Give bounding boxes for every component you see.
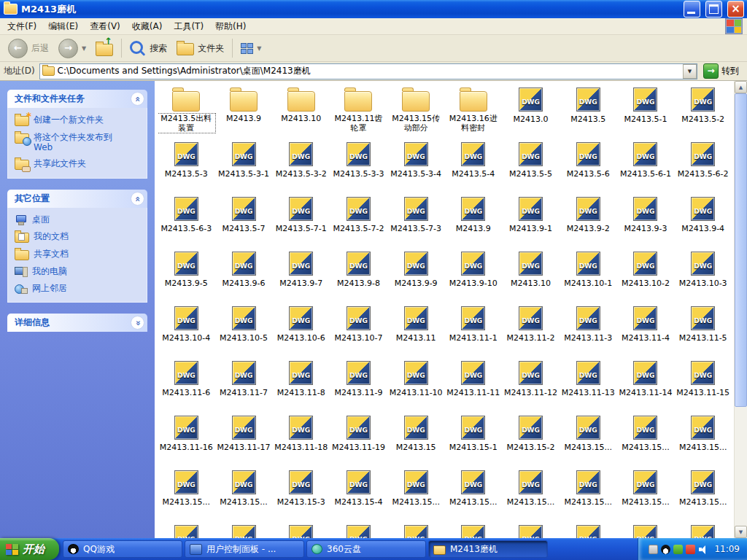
file-item[interactable]: M2413.9-4 <box>674 193 732 248</box>
section-header-file-tasks[interactable]: 文件和文件夹任务 <box>7 90 147 108</box>
close-button[interactable] <box>727 1 744 18</box>
file-item[interactable]: M2413.9-2 <box>560 193 617 248</box>
file-item[interactable]: M2413.9-10 <box>444 248 502 303</box>
file-item[interactable]: M2413.15... <box>617 467 675 521</box>
menu-item[interactable]: 文件(F) <box>1 19 42 34</box>
file-item[interactable]: M2413.15... <box>617 412 675 467</box>
file-item[interactable]: M2413.15... <box>560 467 617 521</box>
menu-item[interactable]: 帮助(H) <box>209 19 252 34</box>
tray-icon[interactable] <box>686 545 695 554</box>
file-item[interactable]: M2413.11-14 <box>617 357 675 412</box>
file-item[interactable]: M2413.5-6 <box>560 139 617 193</box>
file-item[interactable]: M2413.5-1 <box>617 84 675 139</box>
file-item[interactable]: M2413.10-4 <box>158 303 215 357</box>
file-item[interactable] <box>215 521 273 538</box>
file-item[interactable]: M2413.10-5 <box>215 303 273 357</box>
file-item[interactable] <box>387 521 445 538</box>
file-item[interactable]: M2413.5-3-3 <box>330 139 387 193</box>
taskbar-task[interactable]: 用户控制面板 - ... <box>185 540 304 558</box>
file-item[interactable]: M2413.10 <box>272 84 330 139</box>
start-button[interactable]: 开始 <box>0 538 59 560</box>
file-item[interactable]: M2413.15... <box>444 467 502 521</box>
file-item[interactable]: M2413.9 <box>215 84 273 139</box>
go-button[interactable]: → 转到 <box>702 63 743 79</box>
file-item[interactable]: M2413.11-7 <box>215 357 273 412</box>
file-item[interactable] <box>674 521 732 538</box>
file-item[interactable]: M2413.11-16 <box>158 412 215 467</box>
file-item[interactable]: M2413.15... <box>560 412 617 467</box>
file-item[interactable]: M2413.5-3-4 <box>387 139 445 193</box>
place-link[interactable]: 网上邻居 <box>15 283 142 294</box>
file-item[interactable]: M2413.9-7 <box>272 248 330 303</box>
file-item[interactable]: M2413.5-7-3 <box>387 193 445 248</box>
chevron-up-icon[interactable] <box>131 192 144 206</box>
file-item[interactable]: M2413.11-10 <box>387 357 445 412</box>
place-link[interactable]: 我的文档 <box>15 231 142 243</box>
forward-button[interactable]: ▼ <box>55 37 90 60</box>
scroll-up-button[interactable]: ▲ <box>735 81 747 93</box>
titlebar[interactable]: M2413磨机 <box>0 0 747 18</box>
menu-item[interactable]: 工具(T) <box>168 19 209 34</box>
file-item[interactable] <box>272 521 330 538</box>
file-item[interactable]: M2413.9-3 <box>617 193 675 248</box>
file-item[interactable]: M2413.9-1 <box>502 193 560 248</box>
file-item[interactable]: M2413.15... <box>674 412 732 467</box>
folders-button[interactable]: 文件夹 <box>173 39 228 57</box>
file-item[interactable]: M2413.15... <box>158 467 215 521</box>
file-item[interactable]: M2413.9-5 <box>158 248 215 303</box>
file-item[interactable]: M2413.10-1 <box>560 248 617 303</box>
file-item[interactable] <box>560 521 617 538</box>
file-item[interactable]: M2413.9-6 <box>215 248 273 303</box>
menu-item[interactable]: 查看(V) <box>84 19 126 34</box>
back-button[interactable]: 后退 <box>4 37 53 60</box>
address-dropdown-button[interactable]: ▼ <box>683 64 697 79</box>
file-item[interactable]: M2413.15-3 <box>272 467 330 521</box>
file-item[interactable]: M2413.10-6 <box>272 303 330 357</box>
file-item[interactable]: M2413.11-6 <box>158 357 215 412</box>
file-item[interactable]: M2413.9 <box>444 193 502 248</box>
file-item[interactable]: M2413.5 <box>560 84 617 139</box>
file-item[interactable]: M2413.11-8 <box>272 357 330 412</box>
file-item[interactable]: M2413.11-5 <box>674 303 732 357</box>
tray-icon[interactable] <box>661 545 670 554</box>
search-button[interactable]: 搜索 <box>126 39 171 58</box>
file-item[interactable]: M2413.11-17 <box>215 412 273 467</box>
file-item[interactable]: M2413.11-9 <box>330 357 387 412</box>
file-item[interactable]: M2413.9-9 <box>387 248 445 303</box>
file-item[interactable]: M2413.5-6-2 <box>674 139 732 193</box>
address-input[interactable]: C:\Documents and Settings\Administrator\… <box>39 63 697 79</box>
section-header-details[interactable]: 详细信息 <box>7 314 147 332</box>
place-link[interactable]: 我的电脑 <box>15 266 142 277</box>
file-item[interactable] <box>502 521 560 538</box>
taskbar-task[interactable]: 360云盘 <box>306 540 426 558</box>
file-item[interactable]: M2413.5-5 <box>502 139 560 193</box>
file-item[interactable]: M2413.5-7 <box>215 193 273 248</box>
file-item[interactable]: M2413.5-6-1 <box>617 139 675 193</box>
file-item[interactable]: M2413.5-3 <box>158 139 215 193</box>
file-item[interactable]: M2413.10 <box>502 248 560 303</box>
file-item[interactable]: M2413.9-8 <box>330 248 387 303</box>
maximize-button[interactable] <box>705 1 722 18</box>
chevron-down-icon[interactable] <box>131 316 144 330</box>
task-link[interactable]: 共享此文件夹 <box>15 158 142 170</box>
task-link[interactable]: 将这个文件夹发布到Web <box>15 132 142 152</box>
place-link[interactable]: 共享文档 <box>15 249 142 260</box>
taskbar-task[interactable]: M2413磨机 <box>428 540 548 558</box>
tray-icon[interactable] <box>698 545 708 554</box>
vertical-scrollbar[interactable]: ▲ ▼ <box>734 81 747 538</box>
file-item[interactable]: M2413.0 <box>502 84 560 139</box>
file-item[interactable]: M2413.15... <box>502 467 560 521</box>
file-item[interactable]: M2413.10-7 <box>330 303 387 357</box>
file-item[interactable]: M2413.5出料装置 <box>158 84 215 139</box>
file-item[interactable]: M2413.10-3 <box>674 248 732 303</box>
file-item[interactable]: M2413.15... <box>387 467 445 521</box>
task-link[interactable]: 创建一个新文件夹 <box>15 114 142 126</box>
file-item[interactable]: M2413.15-2 <box>502 412 560 467</box>
file-item[interactable]: M2413.11-3 <box>560 303 617 357</box>
up-button[interactable] <box>92 39 117 58</box>
menu-item[interactable]: 编辑(E) <box>42 19 84 34</box>
file-item[interactable]: M2413.5-2 <box>674 84 732 139</box>
file-item[interactable]: M2413.11 <box>387 303 445 357</box>
file-item[interactable]: M2413.11-13 <box>560 357 617 412</box>
tray-icon[interactable] <box>673 545 683 554</box>
